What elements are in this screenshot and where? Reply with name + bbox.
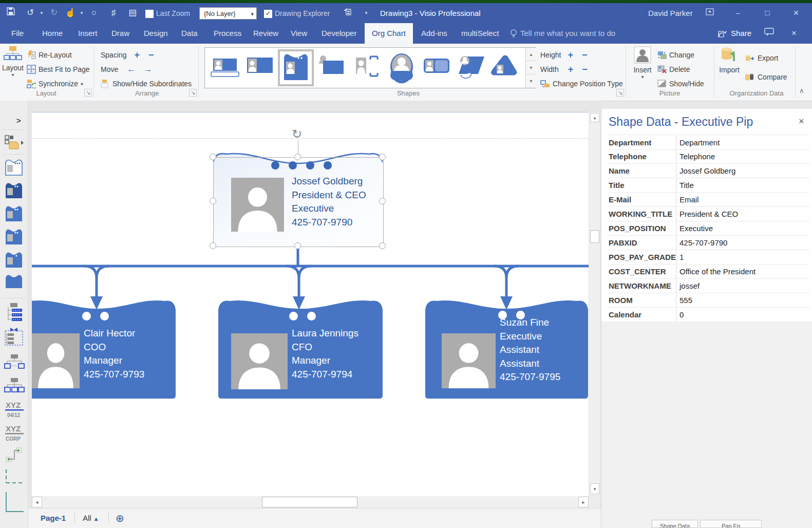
stencil-tree-layout-icon[interactable] [4, 302, 25, 325]
tab-process[interactable]: Process [206, 23, 249, 44]
org-node-coo[interactable]: Clair Hector COO Manager 425-707-9793 [32, 297, 176, 399]
stencil-multiple-shapes-icon[interactable] [4, 353, 25, 374]
gallery-style-1[interactable] [209, 51, 241, 84]
tab-insert[interactable]: Insert [71, 23, 105, 44]
stencil-vacancy-master[interactable] [4, 251, 24, 271]
field-value[interactable]: President & CEO [679, 210, 738, 218]
stencil-position-master[interactable] [4, 204, 24, 225]
tab-design[interactable]: Design [137, 23, 175, 44]
gallery-style-5[interactable] [352, 51, 384, 84]
stencil-title-icon[interactable]: XYZCORP [4, 423, 26, 446]
scroll-left-button[interactable]: ◂ [32, 497, 42, 507]
delete-picture-button[interactable]: Delete [657, 63, 690, 76]
gallery-style-8[interactable] [456, 51, 487, 84]
undo-dropdown-icon[interactable]: ▾ [35, 6, 48, 20]
tab-review[interactable]: Review [246, 23, 286, 44]
stencil-team-frame-icon[interactable] [4, 327, 25, 349]
stencil-title-date-icon[interactable]: XYZ04/12 [4, 400, 26, 422]
add-page-button[interactable]: ⊕ [116, 512, 124, 524]
notes-icon[interactable]: ▤ [126, 6, 139, 20]
org-node-cfo[interactable]: Laura Jennings CFO Manager 425-707-9794 [218, 297, 383, 399]
stencil-manager-master[interactable] [4, 181, 24, 202]
height-increase-button[interactable]: + [568, 50, 573, 60]
gallery-scroll-up-button[interactable]: ▴ [526, 48, 536, 61]
height-decrease-button[interactable]: − [582, 50, 588, 60]
best-fit-to-page-button[interactable]: Best Fit to Page [27, 63, 90, 76]
stencil-border-icon[interactable] [4, 491, 25, 516]
show-hide-picture-button[interactable]: Show/Hide [657, 77, 704, 90]
snap-icon[interactable]: ♯ [107, 6, 120, 20]
change-position-type-button[interactable]: Change Position Type [540, 77, 623, 90]
field-value[interactable]: Jossef Goldberg [679, 166, 735, 175]
vertical-scroll-thumb[interactable] [590, 230, 599, 243]
change-picture-button[interactable]: Change [657, 48, 694, 62]
all-pages-button[interactable]: All ▲ [83, 514, 99, 522]
tab-view[interactable]: View [284, 23, 314, 44]
share-button[interactable]: Share [718, 23, 751, 44]
tell-me-box[interactable]: Tell me what you want to do [510, 23, 615, 44]
selection-handle-top-left[interactable] [210, 154, 216, 160]
scroll-down-button[interactable]: ▾ [590, 483, 599, 494]
ribbon-display-options-icon[interactable] [698, 5, 721, 21]
field-value[interactable]: Office of the President [679, 267, 756, 276]
field-value[interactable]: 1 [679, 253, 684, 261]
spacing-increase-button[interactable]: + [135, 50, 140, 60]
expand-shapes-panel-chevron[interactable]: > [16, 116, 21, 125]
anchored-tab-pan[interactable]: Pan En [700, 520, 762, 528]
layout-button[interactable]: Layout ▾ [1, 46, 25, 88]
field-value[interactable]: Department [679, 138, 720, 147]
drawing-explorer-checkbox[interactable]: ✓ [264, 10, 272, 18]
comments-icon[interactable] [758, 26, 780, 41]
explorer-window-icon[interactable] [340, 6, 353, 20]
field-value[interactable]: 425-707-9790 [679, 238, 727, 247]
selection-handle-mid-left[interactable] [210, 198, 216, 204]
export-button[interactable]: Export [745, 51, 778, 65]
selection-handle-bottom-center[interactable] [294, 242, 301, 249]
gallery-style-6[interactable] [386, 51, 418, 84]
field-value[interactable]: 555 [679, 296, 692, 305]
last-zoom-checkbox[interactable] [145, 10, 154, 18]
gallery-more-button[interactable]: ▾ [526, 74, 536, 88]
field-value[interactable]: Email [679, 195, 699, 204]
qat-customize-icon[interactable]: ▾ [360, 6, 373, 20]
field-value[interactable]: jossef [679, 281, 700, 290]
arrange-dialog-launcher[interactable]: ↘ [189, 89, 197, 97]
tab-home[interactable]: Home [35, 23, 70, 44]
width-increase-button[interactable]: + [568, 65, 574, 74]
tab-multiselect[interactable]: multiSelect [454, 23, 506, 44]
ellipse-tool-icon[interactable]: ○ [87, 6, 101, 20]
maximize-button[interactable]: □ [756, 5, 779, 21]
rotation-handle[interactable]: ↻ [292, 127, 302, 141]
save-icon[interactable] [4, 6, 17, 20]
signed-in-user[interactable]: David Parker [648, 9, 693, 17]
selection-handle-top-center[interactable] [294, 154, 301, 160]
gallery-style-2[interactable] [244, 51, 276, 84]
horizontal-scrollbar[interactable]: ◂ ▸ [32, 496, 589, 508]
gallery-style-3-selected[interactable] [280, 51, 312, 84]
gallery-scroll-down-button[interactable]: ▾ [526, 61, 536, 74]
stencil-dynamic-connector-icon[interactable] [4, 446, 25, 466]
scroll-up-button[interactable]: ▴ [590, 113, 599, 122]
drawing-canvas[interactable]: Jossef Goldberg President & CEO Executiv… [32, 112, 589, 496]
show-hide-subordinates-button[interactable]: Show/Hide Subordinates [101, 77, 192, 90]
compare-button[interactable]: Compare [745, 70, 787, 84]
field-value[interactable]: Telephone [679, 152, 715, 161]
selection-handle-bottom-right[interactable] [379, 242, 386, 249]
tab-developer[interactable]: Developer [314, 23, 364, 44]
spacing-decrease-button[interactable]: − [148, 50, 154, 60]
scroll-right-button[interactable]: ▸ [578, 497, 589, 507]
layer-dropdown-arrow-icon[interactable]: ▾ [251, 8, 254, 20]
vertical-scrollbar[interactable]: ▴ ▾ [589, 112, 600, 496]
stencil-consultant-master[interactable] [4, 228, 24, 248]
re-layout-button[interactable]: Re-Layout [27, 48, 72, 62]
tab-file[interactable]: File [4, 23, 31, 44]
minimize-button[interactable]: – [727, 5, 749, 21]
gallery-style-7[interactable] [421, 51, 452, 84]
shapes-window-icon[interactable] [4, 135, 25, 154]
move-left-button[interactable]: ← [127, 64, 136, 74]
tab-add-ins[interactable]: Add-ins [414, 23, 455, 44]
import-button[interactable]: Import [718, 46, 741, 88]
horizontal-scroll-thumb[interactable] [262, 497, 357, 507]
close-button[interactable]: × [785, 5, 807, 21]
selection-handle-mid-right[interactable] [379, 198, 386, 204]
